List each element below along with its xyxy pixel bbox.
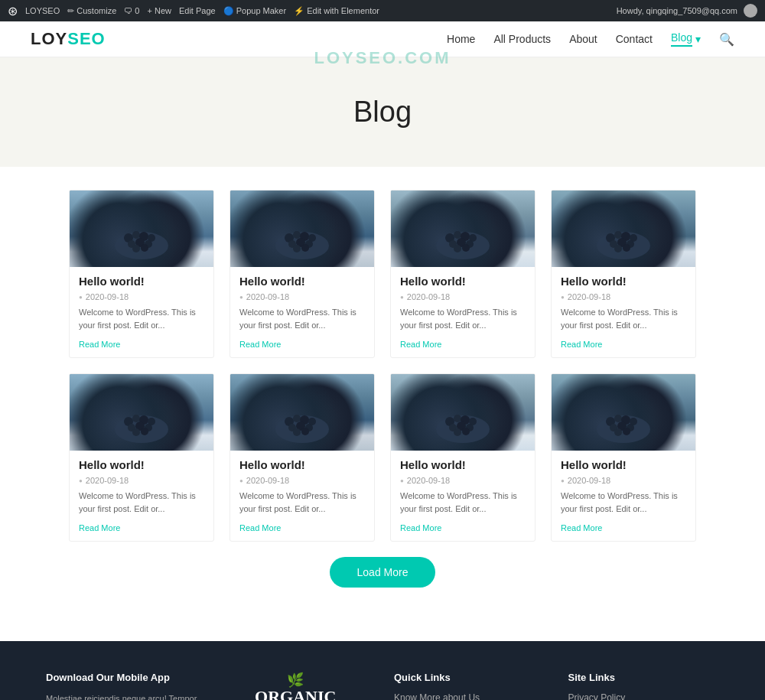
blog-card: Hello world! 2020-09-18 Welcome to WordP…: [69, 373, 214, 542]
blog-card-image[interactable]: [70, 190, 213, 267]
blog-card-date: 2020-09-18: [400, 476, 526, 485]
svg-point-62: [454, 415, 461, 422]
svg-point-8: [132, 245, 140, 252]
blog-card-date: 2020-09-18: [561, 476, 686, 485]
blog-card-excerpt: Welcome to WordPress. This is your first…: [239, 490, 365, 515]
admin-bar-new[interactable]: + New: [147, 6, 171, 15]
svg-point-48: [132, 428, 140, 436]
footer-app-heading: Download Our Mobile App: [46, 672, 197, 683]
read-more-link[interactable]: Read More: [79, 340, 120, 349]
page-hero: Blog: [0, 57, 765, 167]
blog-card-excerpt: Welcome to WordPress. This is your first…: [561, 306, 686, 331]
admin-bar-count[interactable]: 🗨 0: [124, 6, 139, 15]
main-nav: Home All Products About Contact Blog ▾ 🔍: [447, 31, 734, 47]
site-logo[interactable]: LOYSEO: [31, 29, 106, 49]
blog-grid: Hello world! 2020-09-18 Welcome to WordP…: [69, 190, 696, 542]
footer-app-desc: Molestiae reiciendis neque arcu! Tempor …: [46, 692, 197, 700]
blog-card-body: Hello world! 2020-09-18 Welcome to WordP…: [552, 451, 695, 541]
blog-card-body: Hello world! 2020-09-18 Welcome to WordP…: [230, 451, 374, 541]
read-more-link[interactable]: Read More: [561, 523, 602, 532]
admin-bar-edit-page[interactable]: Edit Page: [179, 6, 216, 15]
blog-card-image[interactable]: [391, 190, 535, 267]
svg-point-59: [301, 428, 309, 435]
site-link-item[interactable]: Privacy Policy: [568, 692, 720, 700]
read-more-link[interactable]: Read More: [239, 340, 281, 349]
svg-point-42: [132, 415, 140, 422]
blog-card-title[interactable]: Hello world!: [561, 458, 686, 471]
blog-card-title[interactable]: Hello world!: [79, 458, 204, 471]
svg-point-32: [614, 231, 622, 239]
read-more-link[interactable]: Read More: [400, 523, 441, 532]
admin-bar-popup[interactable]: 🔵 Popup Maker: [223, 6, 286, 16]
blog-card-image[interactable]: [230, 190, 374, 267]
site-header: LOYSEO Home All Products About Contact B…: [0, 21, 765, 57]
svg-point-2: [132, 231, 140, 239]
wp-logo[interactable]: ⊛: [8, 4, 18, 18]
search-icon[interactable]: 🔍: [719, 32, 734, 47]
svg-point-52: [293, 415, 301, 422]
svg-point-38: [614, 245, 622, 252]
svg-point-9: [141, 244, 148, 252]
blog-card-body: Hello world! 2020-09-18 Welcome to WordP…: [391, 451, 535, 541]
blog-card-image[interactable]: [230, 374, 374, 451]
admin-avatar[interactable]: [744, 4, 757, 18]
read-more-link[interactable]: Read More: [239, 523, 281, 532]
blog-card-title[interactable]: Hello world!: [561, 275, 686, 288]
nav-contact[interactable]: Contact: [616, 33, 653, 45]
svg-point-79: [623, 428, 630, 435]
blog-card-title[interactable]: Hello world!: [400, 458, 526, 471]
svg-point-58: [293, 428, 301, 436]
read-more-link[interactable]: Read More: [400, 340, 441, 349]
blog-card-date: 2020-09-18: [79, 292, 204, 301]
blog-card-date: 2020-09-18: [79, 476, 204, 485]
svg-point-68: [454, 428, 461, 436]
blog-card: Hello world! 2020-09-18 Welcome to WordP…: [230, 190, 375, 358]
footer-site-links: Site Links Privacy PolicyShipping Detail…: [568, 672, 720, 700]
blog-card-image[interactable]: [552, 190, 695, 267]
read-more-link[interactable]: Read More: [561, 340, 602, 349]
nav-home[interactable]: Home: [447, 33, 475, 45]
nav-about[interactable]: About: [569, 33, 597, 45]
blog-card: Hello world! 2020-09-18 Welcome to WordP…: [69, 190, 214, 358]
footer-organic: 🌿 ORGANIC STORE Click edit button to cha…: [220, 672, 372, 700]
svg-point-69: [462, 428, 470, 435]
nav-all-products[interactable]: All Products: [493, 33, 551, 45]
admin-bar: ⊛ LOYSEO ✏ Customize 🗨 0 + New Edit Page…: [0, 0, 765, 21]
blog-card-excerpt: Welcome to WordPress. This is your first…: [561, 490, 686, 515]
blog-card-image[interactable]: [552, 374, 695, 451]
admin-user-info: Howdy, qingqing_7509@qq.com: [617, 6, 737, 15]
blog-card: Hello world! 2020-09-18 Welcome to WordP…: [551, 190, 696, 358]
admin-bar-customize[interactable]: ✏ Customize: [67, 6, 116, 16]
read-more-link[interactable]: Read More: [79, 523, 120, 532]
quick-link-item[interactable]: Know More about Us: [394, 692, 545, 700]
blog-card-title[interactable]: Hello world!: [239, 275, 365, 288]
blog-card: Hello world! 2020-09-18 Welcome to WordP…: [390, 373, 536, 542]
svg-point-19: [301, 244, 309, 252]
site-links-heading: Site Links: [568, 672, 720, 683]
svg-point-78: [614, 428, 622, 436]
svg-point-49: [141, 428, 148, 435]
blog-card-title[interactable]: Hello world!: [79, 275, 204, 288]
page-title: Blog: [15, 96, 750, 129]
blog-card-date: 2020-09-18: [400, 292, 526, 301]
load-more-button[interactable]: Load More: [330, 557, 436, 588]
quick-links-heading: Quick Links: [394, 672, 545, 683]
organic-name: ORGANIC: [255, 689, 336, 700]
blog-card-title[interactable]: Hello world!: [239, 458, 365, 471]
blog-card-title[interactable]: Hello world!: [400, 275, 526, 288]
svg-point-28: [454, 245, 461, 252]
footer: Download Our Mobile App Molestiae reicie…: [0, 641, 765, 700]
blog-card-body: Hello world! 2020-09-18 Welcome to WordP…: [391, 267, 535, 357]
organic-leaf-icon: 🌿: [287, 672, 304, 689]
blog-card-image[interactable]: [70, 374, 213, 451]
blog-card-excerpt: Welcome to WordPress. This is your first…: [400, 490, 526, 515]
blog-card: Hello world! 2020-09-18 Welcome to WordP…: [390, 190, 536, 358]
nav-blog[interactable]: Blog: [671, 31, 692, 47]
admin-bar-elementor[interactable]: ⚡ Edit with Elementor: [294, 6, 379, 16]
blog-dropdown-icon[interactable]: ▾: [695, 33, 701, 45]
svg-point-39: [623, 244, 630, 252]
blog-card-image[interactable]: [391, 374, 535, 451]
organic-logo: 🌿 ORGANIC STORE: [220, 672, 372, 700]
blog-card-excerpt: Welcome to WordPress. This is your first…: [79, 490, 204, 515]
admin-bar-loyseo[interactable]: LOYSEO: [25, 6, 60, 15]
